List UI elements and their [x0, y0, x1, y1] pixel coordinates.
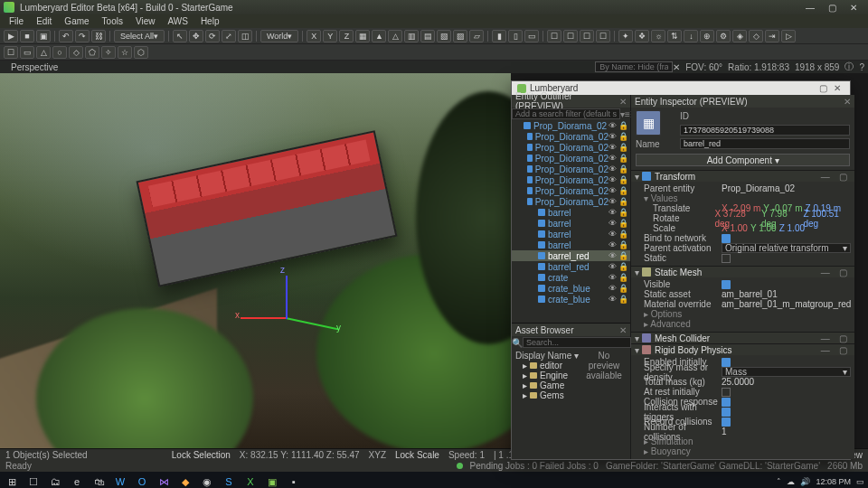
lock-icon[interactable]: 🔒 — [618, 186, 628, 195]
visibility-icon[interactable]: 👁 — [609, 197, 617, 206]
select-all-dropdown[interactable]: Select All ▾ — [114, 30, 165, 42]
outliner-row[interactable]: crate_blue👁🔒 — [512, 283, 630, 294]
outliner-row[interactable]: barrel_red👁🔒 — [512, 250, 630, 261]
misc-5[interactable]: ↓ — [684, 30, 698, 42]
misc-11[interactable]: ▷ — [781, 30, 796, 42]
asset-folder[interactable]: ▸ Gems — [515, 390, 581, 400]
link-button[interactable]: ⛓ — [91, 30, 106, 42]
skype-icon[interactable]: S — [221, 474, 237, 488]
btn-a[interactable]: ▥ — [404, 30, 419, 42]
outliner-row[interactable]: barrel👁🔒 — [512, 229, 630, 239]
static-check[interactable] — [722, 254, 731, 263]
misc-9[interactable]: ◇ — [749, 30, 763, 42]
float-max-button[interactable]: ▢ — [816, 83, 830, 93]
outliner-row[interactable]: Prop_Diorama_02👁🔒 — [512, 153, 630, 164]
options-label[interactable]: Options — [651, 309, 682, 319]
close-button[interactable]: ✕ — [843, 3, 864, 13]
rotate-z[interactable]: Z 100.51 deg — [803, 209, 851, 229]
layout-3[interactable]: ▭ — [524, 30, 539, 42]
static-asset-value[interactable]: am_barrel_01 — [722, 289, 851, 299]
undo-button[interactable]: ↶ — [59, 30, 73, 42]
layer-2[interactable]: ☐ — [563, 30, 578, 42]
inspector-close[interactable]: ✕ — [844, 97, 851, 107]
scale-tool[interactable]: ⤢ — [222, 30, 236, 42]
tab-perspective[interactable]: Perspective — [4, 62, 65, 72]
visibility-icon[interactable]: 👁 — [609, 262, 617, 271]
tray-cloud-icon[interactable]: ☁ — [787, 477, 795, 486]
id-field[interactable] — [680, 125, 850, 136]
select-tool[interactable]: ↖ — [173, 30, 187, 42]
visibility-icon[interactable]: 👁 — [609, 143, 617, 152]
transform-header[interactable]: ▾Transform― ▢ — [631, 170, 854, 182]
mass-value[interactable]: 25.0000 — [722, 377, 851, 387]
add-component-button[interactable]: Add Component ▾ — [636, 154, 850, 166]
asset-folder[interactable]: ▸ editor — [515, 361, 581, 371]
collresp-check[interactable] — [722, 398, 731, 407]
taskview-button[interactable]: ☐ — [25, 474, 42, 488]
axis-y[interactable]: Y — [323, 30, 337, 42]
outliner-row[interactable]: barrel👁🔒 — [512, 239, 630, 250]
misc-2[interactable]: ❖ — [635, 30, 649, 42]
lock-icon[interactable]: 🔒 — [618, 121, 628, 130]
menu-file[interactable]: File — [4, 16, 29, 26]
outliner-row[interactable]: Prop_Diorama_02👁🔒 — [512, 185, 630, 196]
menu-aws[interactable]: AWS — [162, 16, 193, 26]
visibility-icon[interactable]: 👁 — [609, 208, 617, 217]
minimize-button[interactable]: ― — [799, 3, 821, 13]
visibility-icon[interactable]: 👁 — [609, 251, 617, 260]
scale-z[interactable]: Z 1.00 — [779, 223, 805, 233]
lock-icon[interactable]: 🔒 — [618, 154, 628, 163]
obj-2[interactable]: ▭ — [20, 46, 34, 59]
help-icon[interactable]: ? — [859, 62, 864, 72]
btn-d[interactable]: ▨ — [453, 30, 467, 42]
visibility-icon[interactable]: 👁 — [609, 175, 617, 184]
redo-button[interactable]: ↷ — [75, 30, 90, 42]
lock-icon[interactable]: 🔒 — [618, 132, 628, 141]
visibility-icon[interactable]: 👁 — [609, 284, 617, 293]
move-tool[interactable]: ✥ — [189, 30, 203, 42]
menu-help[interactable]: Help — [195, 16, 225, 26]
lock-icon[interactable]: 🔒 — [618, 262, 628, 271]
viewport-search[interactable] — [595, 61, 673, 72]
visibility-icon[interactable]: 👁 — [609, 186, 617, 195]
xyz-label[interactable]: XYZ — [369, 450, 386, 460]
tray-notif-icon[interactable]: ▭ — [856, 477, 864, 486]
obj-7[interactable]: ✧ — [101, 46, 116, 59]
excel-icon[interactable]: X — [242, 474, 259, 488]
outliner-row[interactable]: Prop_Diorama_02👁🔒 — [512, 174, 630, 185]
outliner-row[interactable]: crate👁🔒 — [512, 272, 630, 283]
lock-icon[interactable]: 🔒 — [618, 240, 628, 249]
outliner-tree[interactable]: Prop_Diorama_02👁🔒Prop_Diorama_02👁🔒Prop_D… — [512, 120, 630, 323]
visibility-icon[interactable]: 👁 — [609, 219, 617, 228]
visibility-icon[interactable]: 👁 — [609, 295, 617, 304]
selectface-tool[interactable]: ◫ — [238, 30, 252, 42]
record-check[interactable] — [722, 418, 731, 427]
cmd-icon[interactable]: ▪ — [286, 474, 302, 488]
obj-4[interactable]: ○ — [52, 46, 67, 59]
layout-2[interactable]: ▯ — [508, 30, 523, 42]
misc-4[interactable]: ⇅ — [667, 30, 682, 42]
axis-x[interactable]: X — [307, 30, 321, 42]
rigidbody-header[interactable]: ▾Rigid Body Physics― ▢ — [631, 343, 854, 355]
outliner-filter[interactable] — [512, 108, 620, 119]
meshcollider-header[interactable]: ▾Mesh Collider― ▢ — [631, 332, 854, 343]
store-icon[interactable]: 🛍 — [90, 474, 107, 488]
menu-edit[interactable]: Edit — [31, 16, 57, 26]
outliner-close[interactable]: ✕ — [619, 97, 627, 107]
outliner-row[interactable]: Prop_Diorama_02👁🔒 — [512, 131, 630, 142]
lock-icon[interactable]: 🔒 — [618, 230, 628, 239]
obj-8[interactable]: ☆ — [118, 46, 132, 59]
ruler-button[interactable]: ▱ — [469, 30, 484, 42]
outliner-row[interactable]: barrel👁🔒 — [512, 218, 630, 229]
speed-label[interactable]: Speed: 1 — [448, 450, 485, 460]
visibility-icon[interactable]: 👁 — [609, 132, 617, 141]
menu-game[interactable]: Game — [59, 16, 94, 26]
lock-icon[interactable]: 🔒 — [618, 284, 628, 293]
staticmesh-header[interactable]: ▾Static Mesh― ▢ — [631, 266, 854, 277]
explorer-icon[interactable]: 🗂 — [47, 474, 63, 488]
start-button[interactable]: ⊞ — [4, 474, 20, 488]
maximize-button[interactable]: ▢ — [821, 3, 843, 13]
layer-1[interactable]: ☐ — [547, 30, 561, 42]
layer-3[interactable]: ☐ — [580, 30, 594, 42]
asset-folder[interactable]: ▸ Game — [515, 380, 581, 390]
